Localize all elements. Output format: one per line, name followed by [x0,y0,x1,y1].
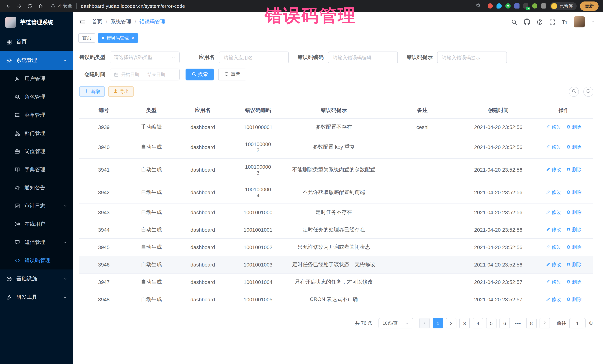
sidebar-item[interactable]: 菜单管理 [0,106,73,124]
extension-icon-7[interactable] [541,3,546,9]
sidebar-item[interactable]: 岗位管理 [0,142,73,161]
delete-link[interactable]: 删除 [567,296,582,303]
next-page-button[interactable] [540,318,550,328]
export-button[interactable]: 导出 [108,86,134,97]
cell-actions: 修改删除 [534,221,593,239]
font-size-icon[interactable]: TT [562,19,567,25]
home-icon[interactable] [37,2,44,10]
sidebar-item[interactable]: 短信管理 [0,233,73,251]
url-text[interactable]: dashboard.yudao.iocoder.cn/system/error-… [81,3,185,9]
back-icon[interactable] [4,2,12,10]
sidebar-item[interactable]: 首页 [0,33,73,51]
page-button[interactable]: 4 [473,318,483,328]
edit-link[interactable]: 修改 [546,261,561,268]
browser-update-button[interactable]: 更新 [580,1,599,11]
goto-page-input[interactable] [569,318,586,328]
tab-error-code[interactable]: 错误码管理 × [98,33,138,43]
cell-id: 3939 [79,118,128,136]
edit-link[interactable]: 修改 [546,244,561,251]
edit-link[interactable]: 修改 [546,279,561,286]
sidebar-item[interactable]: 审计日志 [0,197,73,215]
page-button[interactable]: 3 [459,318,470,328]
add-button[interactable]: 新增 [79,86,105,97]
extension-icon-2[interactable] [497,3,502,9]
extension-icon-3[interactable]: V [505,3,510,9]
app-name-input[interactable] [219,52,289,63]
close-icon[interactable]: × [131,36,134,40]
pagination-more[interactable]: ••• [513,318,523,328]
delete-link[interactable]: 删除 [567,226,582,233]
sidebar-logo[interactable]: 芋道管理系统 [0,12,73,33]
error-code-input[interactable] [328,52,398,63]
profile-pill[interactable]: 已暂停 [550,2,577,10]
export-button-label: 导出 [120,88,129,95]
fullscreen-icon[interactable] [549,19,555,25]
sidebar-item[interactable]: 部门管理 [0,124,73,142]
pencil-icon [546,144,550,150]
user-avatar[interactable] [574,16,585,27]
edit-link[interactable]: 修改 [546,189,561,196]
page-button[interactable]: 1 [433,318,443,328]
edit-link[interactable]: 修改 [546,226,561,233]
delete-link[interactable]: 删除 [567,279,582,286]
github-icon[interactable] [523,19,530,25]
page-size-select[interactable]: 10条/页 [379,318,413,328]
error-type-select[interactable]: 请选择错误码类型 [110,52,180,63]
delete-link[interactable]: 删除 [567,166,582,173]
security-chip[interactable]: 不安全 [50,3,72,9]
delete-link[interactable]: 删除 [567,144,582,151]
page-button[interactable]: 5 [486,318,497,328]
extension-icon-5[interactable]: on [523,3,528,9]
cell-type: 自动生成 [128,221,174,239]
refresh-table-button[interactable] [583,87,593,97]
sidebar-item[interactable]: 字典管理 [0,161,73,179]
chevron-down-icon[interactable] [591,20,595,24]
forward-icon[interactable] [15,2,23,10]
reset-button[interactable]: 重置 [218,69,246,80]
cell-remark [383,158,462,181]
sidebar-item[interactable]: 在线用户 [0,215,73,233]
tab-home[interactable]: 首页 [78,33,95,43]
edit-link[interactable]: 修改 [546,209,561,216]
sidebar-item[interactable]: 用户管理 [0,70,73,88]
delete-link[interactable]: 删除 [567,261,582,268]
page-button[interactable]: 2 [446,318,456,328]
sidebar-item-label: 用户管理 [24,76,45,82]
extension-icon-1[interactable] [487,3,493,9]
sidebar-item[interactable]: 系统管理 [0,51,73,70]
breadcrumb-home[interactable]: 首页 [92,19,103,25]
date-range-picker[interactable]: 开始日期 - 结束日期 [110,69,180,80]
sidebar-item[interactable]: 错误码管理 [0,251,73,269]
edit-link[interactable]: 修改 [546,296,561,303]
delete-link[interactable]: 删除 [567,244,582,251]
page-button[interactable]: 6 [499,318,510,328]
page-button[interactable]: 8 [526,318,537,328]
hamburger-icon[interactable] [79,18,86,25]
cell-id: 3942 [79,181,128,204]
error-message-input[interactable] [437,52,507,63]
search-icon[interactable] [511,19,517,25]
edit-link[interactable]: 修改 [546,124,561,131]
id-badge-icon [14,149,20,154]
toggle-search-button[interactable] [569,87,579,97]
pencil-icon [546,279,550,285]
help-icon[interactable] [536,19,543,25]
sidebar-item[interactable]: 研发工具 [0,288,73,307]
edit-link[interactable]: 修改 [546,166,561,173]
edit-link[interactable]: 修改 [546,144,561,151]
reload-icon[interactable] [26,2,33,10]
breadcrumb-system[interactable]: 系统管理 [111,19,131,25]
delete-link[interactable]: 删除 [567,124,582,131]
sidebar-item[interactable]: 角色管理 [0,88,73,106]
extension-icon-4[interactable] [514,3,520,9]
bookmark-star-icon[interactable] [475,3,481,9]
sidebar-item[interactable]: 基础设施 [0,269,73,288]
gear-icon [6,58,12,63]
prev-page-button[interactable] [419,318,430,328]
delete-link[interactable]: 删除 [567,189,582,196]
extension-icon-6[interactable] [532,3,537,9]
calendar-icon [114,72,119,77]
search-button[interactable]: 搜索 [186,69,214,80]
sidebar-item[interactable]: 通知公告 [0,179,73,197]
delete-link[interactable]: 删除 [567,209,582,216]
